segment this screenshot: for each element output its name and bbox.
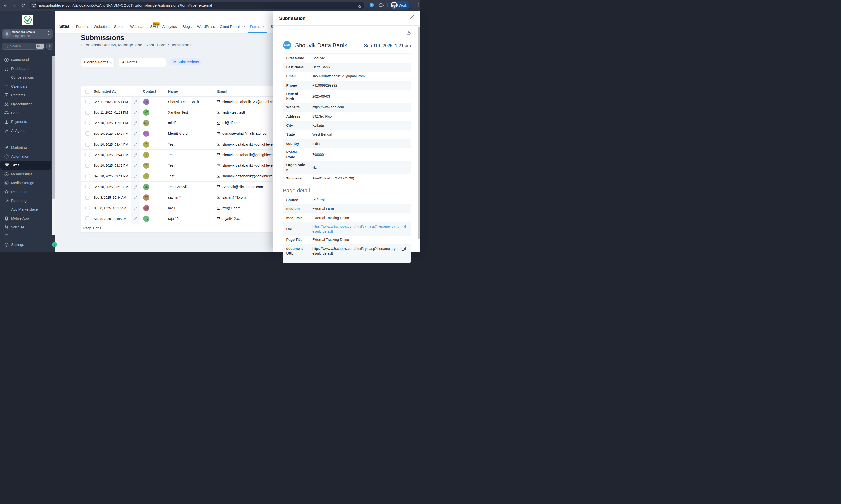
svg-text:F: F xyxy=(371,3,373,6)
